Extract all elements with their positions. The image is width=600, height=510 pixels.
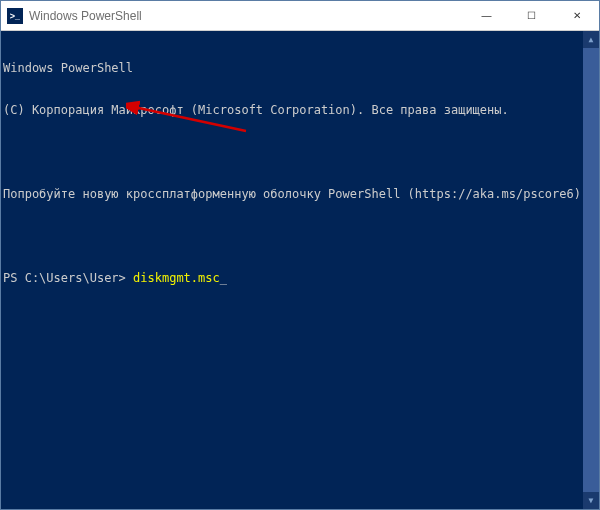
window-controls: — ☐ ✕ xyxy=(464,1,599,30)
powershell-icon: >_ xyxy=(7,8,23,24)
blank-line-2 xyxy=(3,229,599,243)
scroll-up-button[interactable]: ▲ xyxy=(583,31,599,48)
command-text: diskmgmt.msc xyxy=(133,271,220,285)
scroll-thumb[interactable] xyxy=(583,48,599,492)
close-button[interactable]: ✕ xyxy=(554,1,599,30)
window-icon-wrap: >_ xyxy=(1,8,29,24)
window-title: Windows PowerShell xyxy=(29,9,150,23)
tip-line: Попробуйте новую кроссплатформенную обол… xyxy=(3,187,599,201)
vertical-scrollbar[interactable]: ▲ ▼ xyxy=(583,31,599,509)
powershell-window: >_ Windows PowerShell — ☐ ✕ Windows Powe… xyxy=(0,0,600,510)
prompt-line[interactable]: PS C:\Users\User> diskmgmt.msc_ xyxy=(3,271,599,285)
scroll-track[interactable] xyxy=(583,48,599,492)
header-line-1: Windows PowerShell xyxy=(3,61,599,75)
annotation-arrow-icon xyxy=(126,89,266,149)
terminal-area[interactable]: Windows PowerShell (С) Корпорация Майкро… xyxy=(1,31,599,509)
scroll-down-button[interactable]: ▼ xyxy=(583,492,599,509)
prompt-text: PS C:\Users\User> xyxy=(3,271,133,285)
blank-line-1 xyxy=(3,145,599,159)
header-line-2: (С) Корпорация Майкрософт (Microsoft Cor… xyxy=(3,103,599,117)
minimize-button[interactable]: — xyxy=(464,1,509,30)
cursor: _ xyxy=(220,271,227,285)
titlebar[interactable]: >_ Windows PowerShell — ☐ ✕ xyxy=(1,1,599,31)
maximize-button[interactable]: ☐ xyxy=(509,1,554,30)
